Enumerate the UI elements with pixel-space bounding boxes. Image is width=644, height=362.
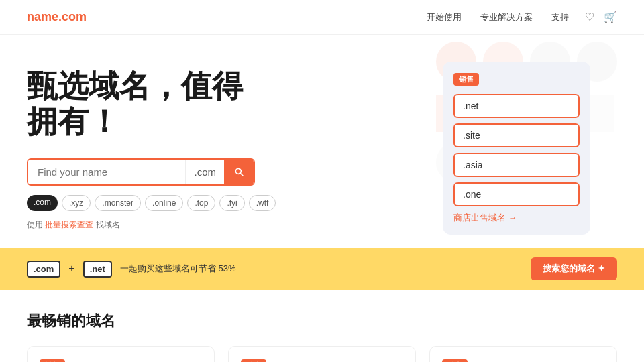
banner-plus: +: [68, 263, 74, 275]
tag-fyi[interactable]: .fyi: [219, 195, 244, 211]
domain-panel: 销售 .net .site .asia .one 商店出售域名 →: [443, 62, 590, 235]
nav-start[interactable]: 开始使用: [427, 11, 462, 23]
domain-item-net[interactable]: .net: [453, 94, 580, 118]
nav-icon-group: ♡ 🛒: [585, 11, 617, 23]
banner-text: 一起购买这些域名可节省 53%: [120, 263, 523, 275]
nav-pro[interactable]: 专业解决方案: [480, 11, 533, 23]
promo-banner: .com + .net 一起购买这些域名可节省 53% 搜索您的域名 ✦: [0, 248, 644, 290]
store-link[interactable]: 商店出售域名 →: [453, 212, 580, 224]
tld-tag-row: .com .xyz .monster .online .top .fyi .wt…: [27, 195, 429, 211]
navbar: name.com 开始使用 专业解决方案 支持 ♡ 🛒: [0, 0, 644, 35]
card-com-badge: 销售: [40, 359, 65, 362]
tag-xyz[interactable]: .xyz: [62, 195, 91, 211]
nav-support[interactable]: 支持: [551, 11, 569, 23]
nav-links: 开始使用 专业解决方案 支持: [427, 11, 569, 23]
cart-icon[interactable]: 🛒: [604, 11, 617, 23]
hero-title: 甄选域名，值得 拥有！: [27, 68, 429, 139]
card-xyz-badge: 销售: [241, 359, 266, 362]
search-tld: .com: [185, 160, 224, 184]
logo-text: name.com: [27, 10, 87, 23]
hero-section: 甄选域名，值得 拥有！ .com .com .xyz .monster .onl…: [0, 35, 644, 235]
tag-wtf[interactable]: .wtf: [249, 195, 276, 211]
wishlist-icon[interactable]: ♡: [585, 11, 594, 23]
site-logo[interactable]: name.com: [27, 10, 87, 24]
bestsellers-title: 最畅销的域名: [27, 311, 617, 331]
banner-tag-com: .com: [27, 261, 60, 278]
card-monster-badge: 销售: [442, 359, 468, 362]
search-button[interactable]: [224, 160, 254, 184]
card-monster: 销售 .monster 理想空间，释放无限想象力。 / 第一年 搜索 .mons…: [429, 346, 617, 362]
card-xyz: 销售 .xyz 功能强、故障低、用户广、行业多 / 第一年 搜索 .xyz ●: [228, 346, 416, 362]
cards-container: 销售 .com 最常深的通用顶级域名，全球数百万企业与个人在用 / 第一年 搜索…: [27, 346, 617, 362]
bestsellers-section: 最畅销的域名 销售 .com 最常深的通用顶级域名，全球数百万企业与个人在用 /…: [0, 290, 644, 362]
domain-panel-badge: 销售: [453, 73, 479, 86]
hero-right: 销售 .net .site .asia .one 商店出售域名 →: [429, 62, 617, 235]
banner-tag-net: .net: [83, 261, 112, 278]
card-com: 销售 .com 最常深的通用顶级域名，全球数百万企业与个人在用 / 第一年 搜索…: [27, 346, 215, 362]
banner-button[interactable]: 搜索您的域名 ✦: [531, 257, 617, 280]
search-bar: .com: [27, 158, 255, 186]
hero-left: 甄选域名，值得 拥有！ .com .com .xyz .monster .onl…: [27, 62, 429, 235]
domain-item-site[interactable]: .site: [453, 123, 580, 147]
search-input[interactable]: [28, 160, 185, 184]
tag-top[interactable]: .top: [187, 195, 215, 211]
tag-com[interactable]: .com: [27, 195, 58, 211]
bulk-search-link[interactable]: 批量搜索查查: [45, 220, 93, 229]
tag-monster[interactable]: .monster: [95, 195, 141, 211]
bulk-search-text: 使用 批量搜索查查 找域名: [27, 219, 429, 231]
tag-online[interactable]: .online: [145, 195, 183, 211]
domain-item-one[interactable]: .one: [453, 182, 580, 206]
domain-item-asia[interactable]: .asia: [453, 153, 580, 177]
